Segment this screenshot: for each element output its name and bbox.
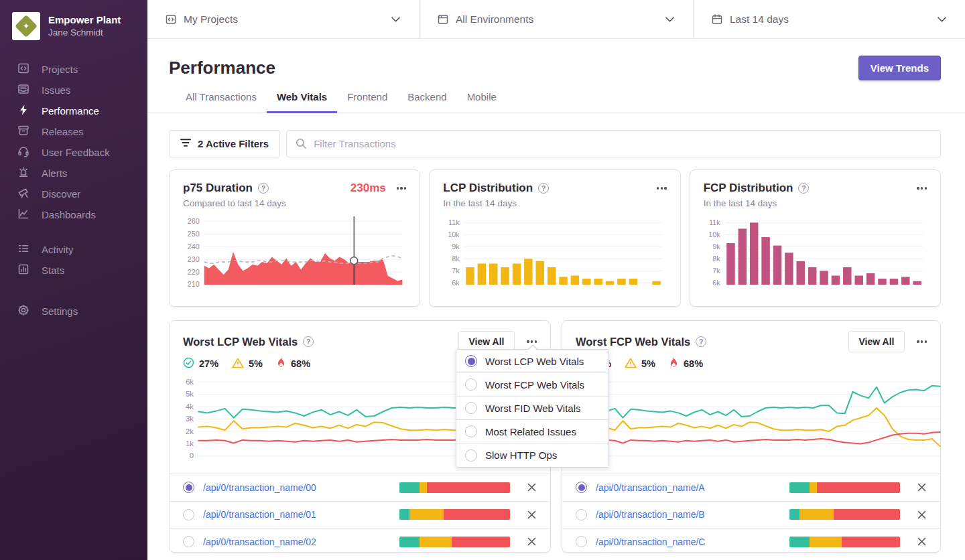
svg-text:10k: 10k xyxy=(448,230,460,238)
help-icon[interactable]: ? xyxy=(798,183,809,194)
lcp-distribution-chart: 11k10k9k8k7k6k xyxy=(443,215,666,290)
settings-icon xyxy=(17,303,30,319)
help-icon[interactable]: ? xyxy=(258,183,269,194)
transaction-radio[interactable] xyxy=(183,536,194,547)
meh-warning-icon xyxy=(625,358,637,370)
sidebar-item-user-feedback[interactable]: User Feedback xyxy=(0,142,147,163)
svg-text:7k: 7k xyxy=(452,267,460,275)
user-name: Jane Schmidt xyxy=(48,27,121,39)
svg-text:7k: 7k xyxy=(712,267,720,275)
help-icon[interactable]: ? xyxy=(303,336,314,347)
sparkle-icon: ✦ xyxy=(23,22,29,30)
vitals-card-menu: Worst LCP Web Vitals Worst FCP Web Vital… xyxy=(456,349,609,468)
sidebar-item-settings[interactable]: Settings xyxy=(0,301,147,322)
vitals-stack-bar xyxy=(789,509,900,520)
transaction-radio[interactable] xyxy=(183,509,194,520)
lcp-distribution-card: LCP Distribution? In the last 14 days 11… xyxy=(429,169,680,307)
close-icon[interactable] xyxy=(527,537,537,547)
worst-fcp-card: Worst FCP Web Vitals? View All 27% 5% 68… xyxy=(562,320,941,553)
menu-option-most-related-issues[interactable]: Most Related Issues xyxy=(456,420,608,443)
help-icon[interactable]: ? xyxy=(538,183,549,194)
chevron-down-icon xyxy=(665,17,674,22)
tab-web-vitals[interactable]: Web Vitals xyxy=(267,91,337,113)
card-menu-button[interactable] xyxy=(917,338,927,345)
sidebar-item-releases[interactable]: Releases xyxy=(0,121,147,142)
svg-text:5k: 5k xyxy=(186,390,194,398)
sidebar-item-projects[interactable]: Projects xyxy=(0,59,147,80)
project-icon xyxy=(165,13,177,25)
card-menu-button[interactable] xyxy=(657,184,667,192)
page-title: Performance xyxy=(169,58,275,78)
active-filters-button[interactable]: 2 Active Filters xyxy=(169,130,280,157)
help-icon[interactable]: ? xyxy=(696,336,706,347)
svg-text:6k: 6k xyxy=(452,279,460,287)
transaction-row: /api/0/transaction_name/00 xyxy=(170,474,550,501)
environment-selector[interactable]: All Environments xyxy=(420,0,694,38)
project-selector[interactable]: My Projects xyxy=(147,0,420,38)
transaction-link[interactable]: /api/0/transaction_name/A xyxy=(596,482,705,493)
svg-text:10k: 10k xyxy=(708,230,720,238)
performance-icon xyxy=(17,103,30,119)
org-switcher[interactable]: ✦ Empower Plant Jane Schmidt xyxy=(0,0,147,40)
transaction-radio[interactable] xyxy=(576,509,587,520)
close-icon[interactable] xyxy=(917,482,927,492)
svg-text:230: 230 xyxy=(188,255,200,263)
close-icon[interactable] xyxy=(527,510,537,520)
transaction-link[interactable]: /api/0/transaction_name/00 xyxy=(203,482,316,493)
sidebar-item-dashboards[interactable]: Dashboards xyxy=(0,204,147,225)
view-all-button[interactable]: View All xyxy=(848,331,905,352)
tab-all-transactions[interactable]: All Transactions xyxy=(176,91,267,113)
close-icon[interactable] xyxy=(917,537,927,547)
meh-pct: 5% xyxy=(641,358,655,369)
svg-text:250: 250 xyxy=(188,230,200,238)
transaction-radio[interactable] xyxy=(183,482,194,493)
card-menu-button[interactable] xyxy=(917,184,927,192)
svg-text:9k: 9k xyxy=(712,242,720,251)
menu-option-slow-http-ops[interactable]: Slow HTTP Ops xyxy=(456,443,608,467)
fcp-distribution-chart: 11k10k9k8k7k6k xyxy=(704,215,927,290)
sidebar-item-alerts[interactable]: Alerts xyxy=(0,163,147,184)
good-pct: 27% xyxy=(199,358,218,369)
search-input[interactable] xyxy=(286,130,941,157)
sidebar-item-issues[interactable]: Issues xyxy=(0,80,147,100)
poor-pct: 68% xyxy=(291,358,310,369)
sidebar-item-activity[interactable]: Activity xyxy=(0,239,147,260)
transaction-link[interactable]: /api/0/transaction_name/01 xyxy=(203,509,316,520)
svg-text:8k: 8k xyxy=(452,255,460,263)
view-trends-button[interactable]: View Trends xyxy=(858,56,941,80)
tab-frontend[interactable]: Frontend xyxy=(337,91,397,113)
alerts-icon xyxy=(17,165,30,181)
global-filter-bar: My Projects All Environments Last 14 day… xyxy=(147,0,965,39)
svg-text:0: 0 xyxy=(190,452,194,460)
tab-mobile[interactable]: Mobile xyxy=(457,91,507,113)
sidebar-item-stats[interactable]: Stats xyxy=(0,260,147,281)
menu-option-worst-fid[interactable]: Worst FID Web Vitals xyxy=(456,397,608,420)
transaction-row: /api/0/transaction_name/01 xyxy=(170,501,550,529)
dashboards-icon xyxy=(17,207,30,222)
close-icon[interactable] xyxy=(527,482,537,492)
svg-text:1k: 1k xyxy=(186,439,194,447)
transaction-radio[interactable] xyxy=(576,536,587,547)
sidebar-item-performance[interactable]: Performance xyxy=(0,100,147,121)
main-content: Performance View Trends All Transactions… xyxy=(147,40,965,560)
card-menu-button[interactable] xyxy=(397,184,407,192)
sidebar: ✦ Empower Plant Jane Schmidt Projects Is… xyxy=(0,0,147,560)
search-icon xyxy=(296,138,307,149)
vitals-stack-bar xyxy=(789,482,900,493)
transaction-link[interactable]: /api/0/transaction_name/02 xyxy=(203,537,316,547)
stats-icon xyxy=(17,263,30,278)
menu-option-worst-lcp[interactable]: Worst LCP Web Vitals xyxy=(456,350,608,373)
menu-option-worst-fcp[interactable]: Worst FCP Web Vitals xyxy=(456,373,608,397)
transaction-radio[interactable] xyxy=(576,482,587,493)
p75-duration-chart: 260250240230220210 xyxy=(183,215,406,290)
sidebar-nav: Projects Issues Performance Releases Use… xyxy=(0,59,147,322)
p75-current-value: 230ms xyxy=(350,182,386,195)
transaction-link[interactable]: /api/0/transaction_name/C xyxy=(596,537,705,547)
fcp-distribution-card: FCP Distribution? In the last 14 days 11… xyxy=(690,169,941,307)
transaction-link[interactable]: /api/0/transaction_name/B xyxy=(596,509,705,520)
sidebar-item-discover[interactable]: Discover xyxy=(0,184,147,204)
date-range-selector[interactable]: Last 14 days xyxy=(694,0,965,38)
close-icon[interactable] xyxy=(917,510,927,520)
tab-backend[interactable]: Backend xyxy=(397,91,456,113)
svg-text:210: 210 xyxy=(188,280,200,288)
